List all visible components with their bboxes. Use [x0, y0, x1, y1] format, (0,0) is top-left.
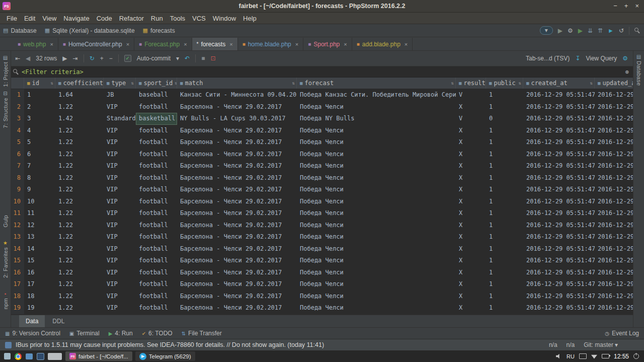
- cell-forecast[interactable]: Победа Челси: [297, 255, 456, 267]
- sort-icon[interactable]: ⇅: [451, 81, 455, 86]
- cell-result[interactable]: X: [456, 291, 486, 303]
- cell-match[interactable]: Барселона - Челси 29.02.2017: [177, 136, 297, 149]
- cell-public[interactable]: 0: [486, 113, 523, 125]
- cell-result[interactable]: X: [456, 184, 486, 196]
- cell-type[interactable]: VIP: [104, 302, 136, 314]
- show-desktop-button[interactable]: [3, 352, 11, 360]
- cell-result[interactable]: X: [456, 220, 486, 232]
- cell-sport-id[interactable]: football: [136, 172, 177, 184]
- cell-forecast[interactable]: Победа Челси: [297, 136, 456, 149]
- breadcrumb-datasource[interactable]: ▦ Sqlite (Xerial) - database.sqlite: [45, 27, 135, 34]
- cell-match[interactable]: Барселона - Челси 29.02.2017: [177, 255, 297, 267]
- app-window-icon[interactable]: [36, 352, 44, 360]
- cell-sport-id[interactable]: football: [136, 267, 177, 279]
- tab-ddl[interactable]: DDL: [46, 315, 71, 327]
- cell-match[interactable]: Канзас Сити - Миннесота 09.04.2016: [177, 89, 297, 101]
- cell-type[interactable]: VIP: [104, 255, 136, 267]
- output-console-icon[interactable]: ⊡: [210, 55, 215, 62]
- git-branch-widget[interactable]: Git: master ▾: [584, 341, 618, 348]
- cell-forecast[interactable]: Победа Челси: [297, 291, 456, 303]
- sort-icon[interactable]: ⇅: [292, 81, 296, 86]
- cell-coefficient[interactable]: 1.64: [55, 89, 104, 101]
- cell-forecast[interactable]: Победа Челси: [297, 207, 456, 220]
- tab-home-blade-php[interactable]: ■ home.blade.php ×: [238, 38, 304, 50]
- tab-close-icon[interactable]: ×: [405, 41, 408, 47]
- cell-id[interactable]: 13: [24, 231, 55, 243]
- cell-match[interactable]: Барселона - Челси 29.02.2017: [177, 278, 297, 291]
- cell-sport-id[interactable]: football: [136, 302, 177, 314]
- cell-type[interactable]: VIP: [104, 207, 136, 220]
- cell-created-at[interactable]: 2016-12-29 05:51:47: [523, 267, 595, 279]
- cell-sport-id[interactable]: baseball: [136, 89, 177, 101]
- cell-coefficient[interactable]: 1.22: [55, 172, 104, 184]
- cell-result[interactable]: X: [456, 302, 486, 314]
- tool-button-favorites[interactable]: ★ 2: Favorites: [3, 240, 9, 278]
- cell-sport-id[interactable]: football: [136, 255, 177, 267]
- cell-updated-at[interactable]: 2016-12-29: [595, 160, 633, 172]
- cell-updated-at[interactable]: 2016-12-29: [595, 149, 633, 161]
- cell-coefficient[interactable]: 1.42: [55, 113, 104, 125]
- cell-id[interactable]: 8: [24, 172, 55, 184]
- cell-sport-id[interactable]: football: [136, 136, 177, 149]
- cell-forecast[interactable]: Победа Челси: [297, 160, 456, 172]
- cell-updated-at[interactable]: 2016-12-29: [595, 125, 633, 137]
- cell-match[interactable]: Барселона - Челси 29.02.2017: [177, 196, 297, 208]
- cell-sport-id[interactable]: football: [136, 243, 177, 255]
- cell-forecast[interactable]: Победа Челси: [297, 184, 456, 196]
- close-filter-icon[interactable]: ⊗: [625, 68, 629, 76]
- run-icon[interactable]: ▶: [558, 26, 562, 35]
- cell-match[interactable]: Барселона - Челси 29.02.2017: [177, 184, 297, 196]
- cell-forecast[interactable]: Победа Челси: [297, 172, 456, 184]
- cell-id[interactable]: 3: [24, 113, 55, 125]
- cell-match[interactable]: Барселона - Челси 29.02.2017: [177, 172, 297, 184]
- cell-public[interactable]: 1: [486, 243, 523, 255]
- cell-id[interactable]: 5: [24, 136, 55, 149]
- cell-created-at[interactable]: 2016-12-29 05:51:47: [523, 302, 595, 314]
- cell-public[interactable]: 1: [486, 220, 523, 232]
- tab-web-php[interactable]: ■ web.php ×: [13, 38, 58, 50]
- reload-icon[interactable]: ↻: [90, 55, 95, 62]
- cell-forecast[interactable]: Победа Канзас Сити. Победитель Мировой С…: [297, 89, 456, 101]
- column-header[interactable]: ▦ match ⇅: [177, 78, 297, 89]
- cell-id[interactable]: 4: [24, 125, 55, 137]
- menu-item[interactable]: Window: [209, 15, 239, 22]
- menu-item[interactable]: View: [39, 15, 60, 22]
- cell-public[interactable]: 1: [486, 231, 523, 243]
- cell-updated-at[interactable]: 2016-12-29: [595, 267, 633, 279]
- cell-created-at[interactable]: 2016-12-29 05:51:47: [523, 255, 595, 267]
- cell-id[interactable]: 15: [24, 255, 55, 267]
- cell-public[interactable]: 1: [486, 255, 523, 267]
- tab-data[interactable]: Data: [19, 315, 45, 327]
- export-format-label[interactable]: Tab-se...d (TSV): [526, 55, 570, 62]
- cell-created-at[interactable]: 2016-12-29 05:51:47: [523, 278, 595, 291]
- first-page-icon[interactable]: ⇤: [15, 55, 20, 62]
- cell-updated-at[interactable]: 2016-12-29: [595, 243, 633, 255]
- cell-id[interactable]: 6: [24, 149, 55, 161]
- cell-type[interactable]: VIP: [104, 231, 136, 243]
- sort-icon[interactable]: ⇅: [131, 81, 135, 86]
- cell-type[interactable]: VIP: [104, 278, 136, 291]
- menu-item[interactable]: Tools: [167, 15, 189, 22]
- cell-public[interactable]: 1: [486, 89, 523, 101]
- cell-coefficient[interactable]: 1.22: [55, 184, 104, 196]
- cell-forecast[interactable]: Победа Челси: [297, 302, 456, 314]
- menu-item[interactable]: Navigate: [60, 15, 93, 22]
- row-number[interactable]: 17: [11, 278, 24, 291]
- column-header[interactable]: ▦ sport_id ⇅: [136, 78, 177, 89]
- cell-public[interactable]: 1: [486, 101, 523, 113]
- cell-id[interactable]: 11: [24, 207, 55, 220]
- taskbar-telegram-button[interactable]: Telegram (5629): [135, 351, 195, 361]
- cell-id[interactable]: 10: [24, 196, 55, 208]
- row-number[interactable]: 12: [11, 220, 24, 232]
- column-header[interactable]: ▦ public ⇅: [486, 78, 523, 89]
- cell-result[interactable]: X: [456, 196, 486, 208]
- cell-match[interactable]: Барселона - Челси 29.02.2017: [177, 220, 297, 232]
- cell-created-at[interactable]: 2016-12-29 05:51:47: [523, 291, 595, 303]
- tab-close-icon[interactable]: ×: [229, 41, 232, 47]
- cell-sport-id[interactable]: football: [136, 231, 177, 243]
- cell-created-at[interactable]: 2016-12-29 05:51:47: [523, 196, 595, 208]
- volume-icon[interactable]: [556, 353, 562, 359]
- power-icon[interactable]: [633, 353, 639, 359]
- cell-type[interactable]: VIP: [104, 184, 136, 196]
- cell-type[interactable]: VIP: [104, 196, 136, 208]
